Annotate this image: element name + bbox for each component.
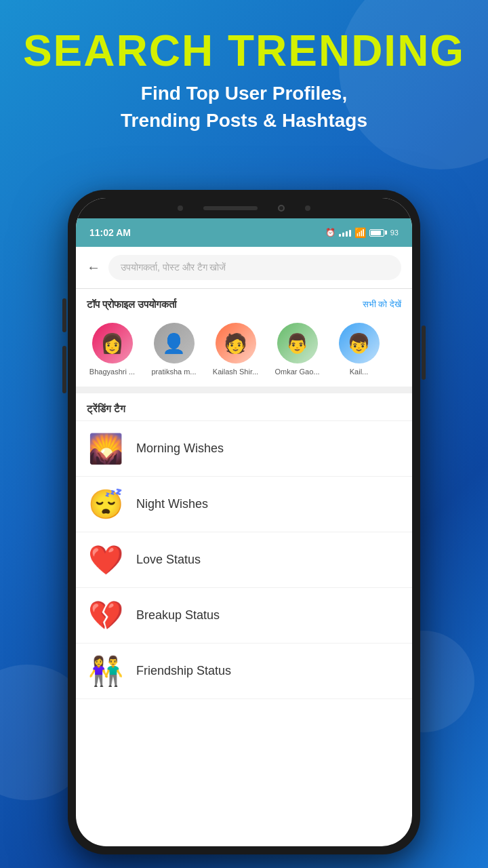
status-time: 11:02 AM — [89, 227, 131, 238]
morning-wishes-icon: 🌄 — [87, 432, 124, 465]
profile-name: pratiksha m... — [151, 368, 196, 376]
phone-speaker — [203, 206, 258, 210]
profile-item[interactable]: 👨 Omkar Gao... — [272, 323, 323, 376]
tag-item-love[interactable]: ❤️ Love Status — [76, 532, 412, 588]
phone-screen: 11:02 AM ⏰ 📶 — [76, 198, 412, 846]
profile-name: Bhagyashri ... — [89, 368, 135, 376]
tag-item-morning[interactable]: 🌄 Morning Wishes — [76, 421, 412, 477]
status-bar: 11:02 AM ⏰ 📶 — [76, 218, 412, 247]
phone-camera — [278, 205, 285, 212]
profile-name: Kailash Shir... — [213, 368, 258, 376]
main-title: SEARCH TRENDING — [20, 27, 468, 75]
trending-section-title: ट्रेंडिंग टैग — [76, 393, 412, 421]
tag-name: Night Wishes — [136, 497, 208, 511]
alarm-icon: ⏰ — [325, 228, 336, 237]
vol-up-button — [62, 298, 66, 332]
avatar: 👤 — [154, 323, 195, 363]
vol-down-button — [62, 346, 66, 393]
avatar: 👨 — [277, 323, 318, 363]
back-button[interactable]: ← — [87, 260, 100, 275]
wifi-icon: 📶 — [354, 227, 366, 238]
status-icons: ⏰ 📶 — [325, 227, 399, 238]
phone-mockup: 11:02 AM ⏰ 📶 — [68, 190, 420, 854]
profiles-section-title: टॉप प्रोफाइल उपयोगकर्ता — [87, 298, 176, 311]
signal-icon — [339, 229, 351, 237]
profiles-row: 👩 Bhagyashri ... 👤 pratiksha m... 🧑 Kail… — [76, 317, 412, 387]
breakup-status-icon: 💔 — [87, 599, 124, 632]
tag-name: Breakup Status — [136, 608, 220, 623]
friendship-status-icon: 👫 — [87, 654, 124, 688]
section-divider — [76, 387, 412, 393]
battery-icon — [369, 229, 387, 237]
avatar: 🧑 — [216, 323, 256, 363]
sub-title: Find Top User Profiles,Trending Posts & … — [20, 80, 468, 133]
profile-item[interactable]: 🧑 Kailash Shir... — [210, 323, 261, 376]
profile-item[interactable]: 👩 Bhagyashri ... — [87, 323, 138, 376]
tag-name: Friendship Status — [136, 664, 231, 678]
tag-name: Morning Wishes — [136, 441, 224, 456]
avatar: 👩 — [92, 323, 133, 363]
love-status-icon: ❤️ — [87, 543, 124, 576]
phone-outer: 11:02 AM ⏰ 📶 — [68, 190, 420, 854]
profile-item[interactable]: 👦 Kail... — [333, 323, 384, 376]
profile-item[interactable]: 👤 pratiksha m... — [148, 323, 199, 376]
phone-dot — [178, 205, 183, 211]
tag-item-breakup[interactable]: 💔 Breakup Status — [76, 588, 412, 644]
phone-dot-2 — [305, 205, 310, 211]
avatar: 👦 — [339, 323, 380, 363]
search-bar: ← उपयोगकर्ता, पोस्ट और टैग खोजें — [76, 247, 412, 289]
trending-section: ट्रेंडिंग टैग 🌄 Morning Wishes 😴 Night W… — [76, 393, 412, 699]
night-wishes-icon: 😴 — [87, 488, 124, 521]
see-all-profiles[interactable]: सभी को देखें — [363, 299, 401, 310]
profiles-section-header: टॉप प्रोफाइल उपयोगकर्ता सभी को देखें — [76, 289, 412, 317]
tag-item-night[interactable]: 😴 Night Wishes — [76, 477, 412, 532]
tag-name: Love Status — [136, 553, 201, 567]
profile-name: Kail... — [350, 368, 369, 376]
phone-top-bar — [76, 198, 412, 218]
battery-level: 93 — [390, 229, 399, 237]
tag-item-friendship[interactable]: 👫 Friendship Status — [76, 644, 412, 699]
power-button — [422, 326, 426, 380]
profile-name: Omkar Gao... — [274, 368, 319, 376]
header-section: SEARCH TRENDING Find Top User Profiles,T… — [0, 0, 488, 147]
search-input[interactable]: उपयोगकर्ता, पोस्ट और टैग खोजें — [108, 255, 401, 280]
